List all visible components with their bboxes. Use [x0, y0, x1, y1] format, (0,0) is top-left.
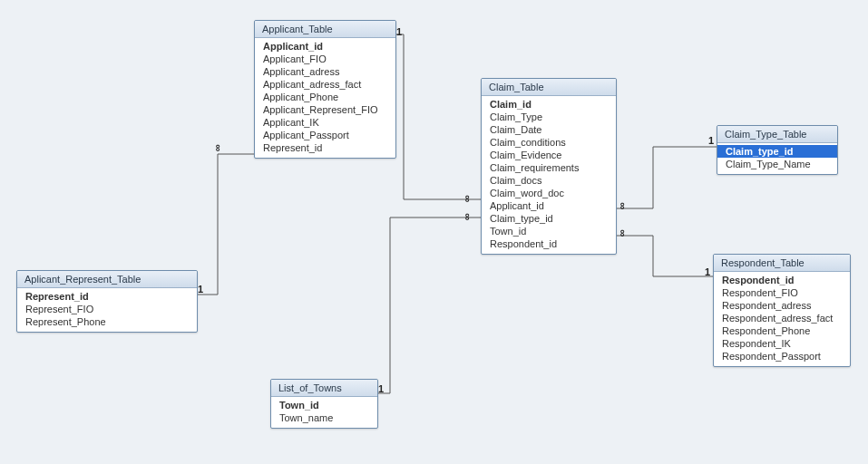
- field: Town_id: [482, 225, 616, 237]
- field-pk: Respondent_id: [714, 274, 850, 286]
- field: Represent_FIO: [17, 303, 197, 315]
- field: Applicant_Represent_FIO: [255, 103, 395, 116]
- field: Claim_type_id: [482, 212, 616, 225]
- field: Claim_Type_Name: [717, 158, 837, 170]
- cardinality-one: 1: [378, 384, 384, 394]
- cardinality-one: 1: [198, 285, 203, 295]
- cardinality-one: 1: [708, 136, 714, 146]
- entity-represent[interactable]: Aplicant_Represent_Table Represent_id Re…: [16, 270, 198, 333]
- entity-title: Applicant_Table: [255, 21, 395, 38]
- field-pk: Town_id: [271, 399, 377, 411]
- cardinality-many: ∞: [464, 212, 472, 222]
- entity-towns[interactable]: List_of_Towns Town_id Town_name: [270, 379, 378, 429]
- field-pk: Claim_type_id: [717, 145, 837, 158]
- field: Applicant_FIO: [255, 53, 395, 65]
- field: Respondent_Passport: [714, 350, 850, 362]
- entity-fields: Represent_id Represent_FIO Represent_Pho…: [17, 288, 197, 332]
- entity-title: Respondent_Table: [714, 255, 850, 272]
- field: Claim_Date: [482, 123, 616, 136]
- entity-fields: Claim_id Claim_Type Claim_Date Claim_con…: [482, 96, 616, 254]
- field: Claim_word_doc: [482, 187, 616, 199]
- entity-fields: Claim_type_id Claim_Type_Name: [717, 143, 837, 174]
- field: Respondent_id: [482, 237, 616, 250]
- field: Town_name: [271, 411, 377, 424]
- field: Claim_Evidence: [482, 149, 616, 161]
- field-pk: Claim_id: [482, 98, 616, 111]
- cardinality-many: ∞: [619, 228, 627, 238]
- field: Respondent_Phone: [714, 324, 850, 337]
- field: Represent_Phone: [17, 315, 197, 328]
- cardinality-one: 1: [705, 267, 710, 277]
- field: Claim_requirements: [482, 161, 616, 174]
- entity-title: Claim_Type_Table: [717, 126, 837, 143]
- entity-title: List_of_Towns: [271, 380, 377, 397]
- field: Claim_Type: [482, 111, 616, 123]
- cardinality-many: ∞: [619, 201, 627, 211]
- field: Applicant_IK: [255, 116, 395, 129]
- entity-title: Claim_Table: [482, 79, 616, 96]
- cardinality-many: ∞: [215, 143, 222, 153]
- entity-claimtype[interactable]: Claim_Type_Table Claim_type_id Claim_Typ…: [717, 125, 838, 175]
- entity-fields: Applicant_id Applicant_FIO Applicant_adr…: [255, 38, 395, 158]
- entity-claim[interactable]: Claim_Table Claim_id Claim_Type Claim_Da…: [481, 78, 617, 255]
- field: Applicant_adress_fact: [255, 78, 395, 91]
- field: Claim_conditions: [482, 136, 616, 149]
- field: Applicant_id: [482, 199, 616, 212]
- field: Respondent_adress: [714, 299, 850, 312]
- field: Applicant_Phone: [255, 91, 395, 103]
- field: Applicant_adress: [255, 65, 395, 78]
- entity-fields: Respondent_id Respondent_FIO Respondent_…: [714, 272, 850, 366]
- field: Respondent_adress_fact: [714, 312, 850, 324]
- field: Represent_id: [255, 141, 395, 154]
- entity-applicant[interactable]: Applicant_Table Applicant_id Applicant_F…: [254, 20, 396, 159]
- entity-fields: Town_id Town_name: [271, 397, 377, 428]
- field: Respondent_FIO: [714, 286, 850, 299]
- entity-title: Aplicant_Represent_Table: [17, 271, 197, 288]
- relationship-lines: [0, 0, 868, 464]
- field-pk: Applicant_id: [255, 40, 395, 53]
- diagram-canvas: { "entities": { "applicant": { "title": …: [0, 0, 868, 464]
- field: Respondent_IK: [714, 337, 850, 350]
- field-pk: Represent_id: [17, 290, 197, 303]
- cardinality-one: 1: [396, 27, 402, 37]
- entity-respondent[interactable]: Respondent_Table Respondent_id Responden…: [713, 254, 851, 367]
- cardinality-many: ∞: [464, 194, 472, 204]
- field: Claim_docs: [482, 174, 616, 187]
- field: Applicant_Passport: [255, 129, 395, 141]
